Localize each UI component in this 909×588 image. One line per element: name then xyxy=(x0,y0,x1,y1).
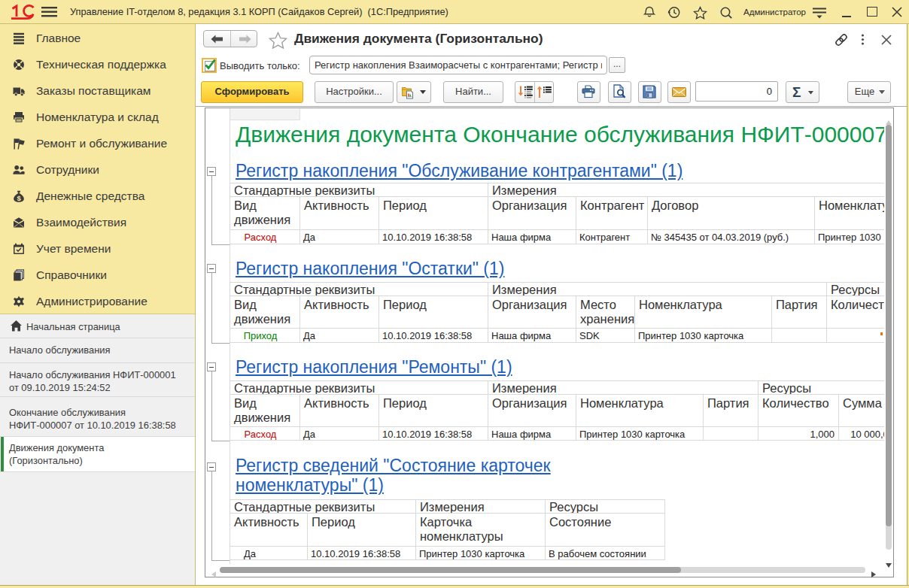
svg-text:$: $ xyxy=(17,194,21,202)
